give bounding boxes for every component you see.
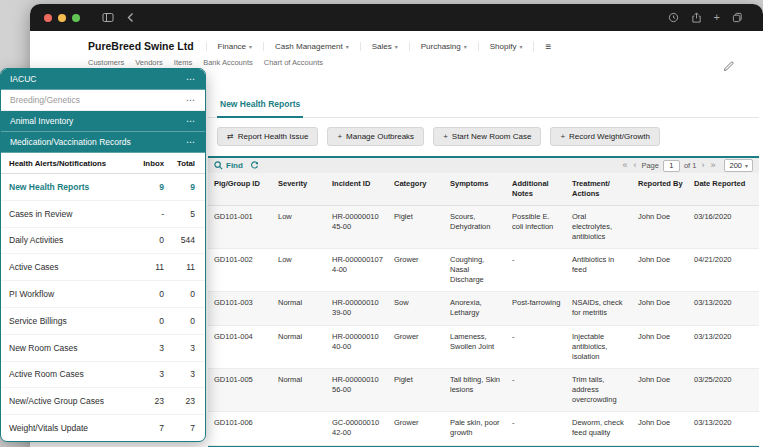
pagination: « ‹ Page of 1 › » 200 ▾ xyxy=(621,159,753,172)
table-cell: GD101-003 xyxy=(208,292,272,324)
table-row[interactable]: GD101-002LowHR-000000107 4-00GrowerCough… xyxy=(208,249,759,292)
table-row[interactable]: GD101-004NormalHR-00000010 40-00GrowerLa… xyxy=(208,326,759,369)
sidebar-section-breeding-genetics[interactable]: Breeding/Genetics⋯ xyxy=(1,90,205,111)
chevron-down-icon: ▾ xyxy=(346,43,349,50)
subnav: CustomersVendorsItemsBank AccountsChart … xyxy=(88,58,763,67)
titlebar: + xyxy=(30,4,763,31)
table-cell: John Doe xyxy=(632,369,688,411)
table-cell: Pale skin, poor growth xyxy=(444,412,506,444)
sidebar-item-daily-activities[interactable]: Daily Activities0544 xyxy=(1,228,205,255)
column-header-symptoms[interactable]: Symptoms xyxy=(444,173,506,205)
table-cell: Normal xyxy=(272,369,326,411)
tabs-icon[interactable] xyxy=(732,12,743,23)
manage-outbreaks-button[interactable]: +Manage Outbreaks xyxy=(327,127,424,146)
sidebar-item-service-billings[interactable]: Service Billings00 xyxy=(1,308,205,335)
traffic-lights xyxy=(44,14,80,22)
menu-purchasing[interactable]: Purchasing▾ xyxy=(409,42,478,51)
column-header-treatment-actions[interactable]: Treatment/ Actions xyxy=(566,173,632,205)
hamburger-icon[interactable]: ≡ xyxy=(533,41,551,52)
inbox-count: 3 xyxy=(134,369,164,379)
report-health-issue-button[interactable]: ⇄Report Health Issue xyxy=(217,127,318,146)
sidebar-item-active-cases[interactable]: Active Cases1111 xyxy=(1,254,205,281)
menu-cash-management[interactable]: Cash Management▾ xyxy=(263,42,360,51)
sidebar-item-new-health-reports[interactable]: New Health Reports99 xyxy=(1,174,205,201)
ellipsis-icon[interactable]: ⋯ xyxy=(186,137,196,147)
sidebar-section-iacuc[interactable]: IACUC⋯ xyxy=(1,69,205,90)
subnav-bank-accounts[interactable]: Bank Accounts xyxy=(203,58,253,67)
last-page-button[interactable]: » xyxy=(709,161,716,170)
page-of-label: of 1 xyxy=(684,161,697,170)
sidebar-item-cases-in-review[interactable]: Cases in Review-5 xyxy=(1,201,205,228)
history-icon[interactable] xyxy=(668,12,679,23)
first-page-button[interactable]: « xyxy=(621,161,628,170)
total-count: 7 xyxy=(164,423,197,433)
menu-label: Shopify xyxy=(490,42,517,51)
chevron-down-icon: ▾ xyxy=(249,43,252,50)
refresh-icon[interactable] xyxy=(250,161,259,170)
table-cell: Piglet xyxy=(388,369,444,411)
tab-bar: New Health Reports xyxy=(208,93,759,118)
column-header-reported-by[interactable]: Reported By xyxy=(632,173,688,205)
column-header-additional-notes[interactable]: Additional Notes xyxy=(506,173,566,205)
menu-finance[interactable]: Finance▾ xyxy=(206,42,263,51)
ellipsis-icon[interactable]: ⋯ xyxy=(186,116,196,126)
total-count: 544 xyxy=(164,235,197,245)
column-header-incident-id[interactable]: Incident ID xyxy=(326,173,388,205)
subnav-customers[interactable]: Customers xyxy=(88,58,124,67)
next-page-button[interactable]: › xyxy=(700,161,705,170)
page-size-select[interactable]: 200 ▾ xyxy=(724,159,753,172)
table-cell: - xyxy=(506,369,566,411)
edit-icon[interactable] xyxy=(723,58,735,76)
sidebar-item-active-room-cases[interactable]: Active Room Cases33 xyxy=(1,362,205,389)
sidebar-item-new-room-cases[interactable]: New Room Cases33 xyxy=(1,335,205,362)
back-icon[interactable] xyxy=(126,12,135,23)
close-button[interactable] xyxy=(44,14,52,22)
table-row[interactable]: GD101-001LowHR-00000010 45-00PigletScour… xyxy=(208,206,759,249)
subnav-items[interactable]: Items xyxy=(174,58,192,67)
table-cell: GD101-006 xyxy=(208,412,272,444)
find-button[interactable]: Find xyxy=(214,161,243,170)
main-content: New Health Reports ⇄Report Health Issue+… xyxy=(208,93,759,447)
record-weight-growth-button[interactable]: +Record Weight/Growth xyxy=(550,127,659,146)
table-row[interactable]: GD101-006GC-00000010 42-00GrowerPale ski… xyxy=(208,412,759,445)
subnav-chart-of-accounts[interactable]: Chart of Accounts xyxy=(264,58,323,67)
prev-page-button[interactable]: ‹ xyxy=(632,161,637,170)
table-cell: Grower xyxy=(388,326,444,368)
plus-icon: + xyxy=(337,132,342,141)
sidebar-toggle-icon[interactable] xyxy=(102,12,114,23)
table-cell: John Doe xyxy=(632,249,688,291)
sidebar-section-medication-vaccination-records[interactable]: Medication/Vaccination Records⋯ xyxy=(1,132,205,153)
table-cell: 04/21/2020 xyxy=(688,249,759,291)
table-cell: - xyxy=(506,249,566,291)
column-header-pig-group-id[interactable]: Pig/Group ID xyxy=(208,173,272,205)
page-input[interactable] xyxy=(663,160,680,172)
column-header-date-reported[interactable]: Date Reported xyxy=(688,173,759,205)
tab-new-health-reports[interactable]: New Health Reports xyxy=(217,93,303,118)
table-cell: Possible E. coli infection xyxy=(506,206,566,248)
new-tab-icon[interactable]: + xyxy=(714,12,720,23)
column-header-severity[interactable]: Severity xyxy=(272,173,326,205)
menu-shopify[interactable]: Shopify▾ xyxy=(478,42,534,51)
plus-icon: + xyxy=(443,132,448,141)
menu-label: Sales xyxy=(372,42,392,51)
minimize-button[interactable] xyxy=(58,14,66,22)
sidebar-section-animal-inventory[interactable]: Animal Inventory⋯ xyxy=(1,111,205,132)
sidebar-item-new-active-group-cases[interactable]: New/Active Group Cases2323 xyxy=(1,388,205,415)
ellipsis-icon[interactable]: ⋯ xyxy=(186,74,196,84)
menu-sales[interactable]: Sales▾ xyxy=(360,42,409,51)
subnav-vendors[interactable]: Vendors xyxy=(135,58,163,67)
start-new-room-case-button[interactable]: +Start New Room Case xyxy=(433,127,541,146)
zoom-button[interactable] xyxy=(72,14,80,22)
sidebar-item-weight-vitals-update[interactable]: Weight/Vitals Update77 xyxy=(1,415,205,441)
table-row[interactable]: GD101-003NormalHR-00000010 39-00SowAnore… xyxy=(208,292,759,325)
table-cell: John Doe xyxy=(632,326,688,368)
column-header-category[interactable]: Category xyxy=(388,173,444,205)
ellipsis-icon[interactable]: ⋯ xyxy=(186,95,196,105)
table-row[interactable]: GD101-005NormalHR-00000010 56-00PigletTa… xyxy=(208,369,759,412)
sidebar-item-pi-workflow[interactable]: PI Workflow00 xyxy=(1,281,205,308)
table-cell: Lameness, Swollen Joint xyxy=(444,326,506,368)
find-area: Find xyxy=(214,161,259,170)
inbox-count: 7 xyxy=(134,423,164,433)
share-icon[interactable] xyxy=(691,12,702,23)
item-label: Active Room Cases xyxy=(9,369,134,379)
